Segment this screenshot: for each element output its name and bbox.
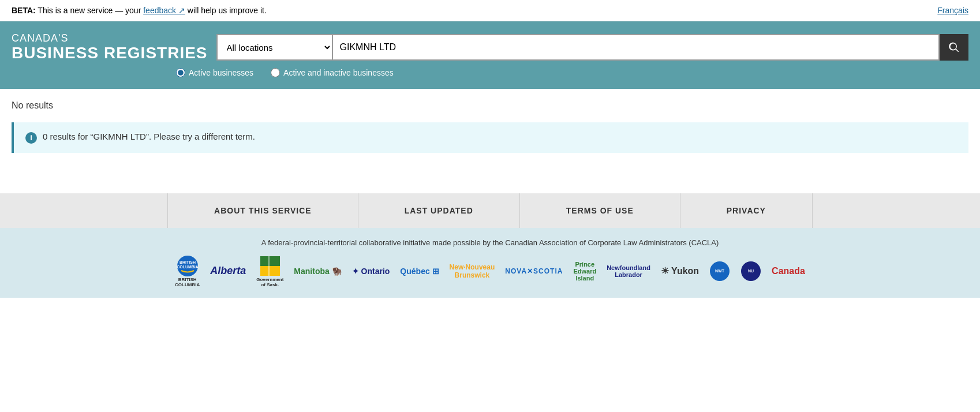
svg-text:BRITISH: BRITISH xyxy=(179,260,196,264)
logo-nwt: NWT xyxy=(709,261,730,282)
radio-all[interactable] xyxy=(271,68,280,77)
cacla-text: A federal-provincial-territorial collabo… xyxy=(12,238,968,247)
sk-icon xyxy=(259,255,281,277)
filter-row: Active businesses Active and inactive bu… xyxy=(12,62,968,80)
filter-all[interactable]: Active and inactive businesses xyxy=(271,68,394,77)
info-icon: i xyxy=(25,132,37,144)
results-section: No results i 0 results for “GIKMNH LTD”.… xyxy=(0,89,980,159)
beta-text: BETA: This is a new service — your feedb… xyxy=(12,6,267,15)
brand: CANADA'S BUSINESS REGISTRIES xyxy=(12,33,208,62)
brand-top: CANADA'S xyxy=(12,33,208,44)
search-button[interactable] xyxy=(940,34,968,61)
nwt-icon: NWT xyxy=(709,261,730,282)
radio-active[interactable] xyxy=(176,68,185,77)
logos-footer: A federal-provincial-territorial collabo… xyxy=(0,228,980,298)
footer-nav: ABOUT THIS SERVICE LAST UPDATED TERMS OF… xyxy=(0,193,980,228)
footer-nav-about[interactable]: ABOUT THIS SERVICE xyxy=(167,193,358,228)
footer-nav-terms[interactable]: TERMS OF USE xyxy=(520,193,680,228)
search-area: All locations Alberta British Columbia M… xyxy=(216,34,968,61)
search-input[interactable] xyxy=(332,34,940,61)
svg-rect-5 xyxy=(260,266,280,276)
brand-bottom: BUSINESS REGISTRIES xyxy=(12,44,208,62)
filter-active-label: Active businesses xyxy=(189,68,253,77)
logo-nl: NewfoundlandLabrador xyxy=(607,264,650,278)
svg-text:NWT: NWT xyxy=(715,269,725,273)
search-icon xyxy=(948,41,960,54)
info-box: i 0 results for “GIKMNH LTD”. Please try… xyxy=(12,122,968,153)
logo-qc: Québec ⊞ xyxy=(400,267,439,276)
info-message: 0 results for “GIKMNH LTD”. Please try a… xyxy=(43,132,255,141)
logo-sk: Governmentof Sask. xyxy=(256,255,283,287)
beta-bar: BETA: This is a new service — your feedb… xyxy=(0,0,980,21)
logo-mb: Manitoba 🦬 xyxy=(294,267,341,276)
filter-all-label: Active and inactive businesses xyxy=(283,68,394,77)
nu-icon: NU xyxy=(740,261,761,282)
logo-ca: Canada xyxy=(772,266,805,276)
footer-nav-last-updated[interactable]: LAST UPDATED xyxy=(358,193,520,228)
logos-row: BRITISH COLUMBIA BRITISHCOLUMBIA Alberta… xyxy=(12,255,968,287)
feedback-link[interactable]: feedback ↗ xyxy=(143,6,185,15)
svg-rect-4 xyxy=(260,256,280,266)
filter-active[interactable]: Active businesses xyxy=(176,68,253,77)
logo-pei: PrinceEdwardIsland xyxy=(573,261,596,282)
header: CANADA'S BUSINESS REGISTRIES All locatio… xyxy=(0,21,980,89)
language-toggle[interactable]: Français xyxy=(937,6,968,15)
logo-on: ✦ Ontario xyxy=(352,267,390,276)
logo-ns: NOVA✕SCOTIA xyxy=(505,267,563,275)
no-results-label: No results xyxy=(12,100,968,111)
footer-nav-privacy[interactable]: PRIVACY xyxy=(680,193,813,228)
logo-yt: ☀ Yukon xyxy=(661,265,699,276)
location-select[interactable]: All locations Alberta British Columbia M… xyxy=(216,34,332,61)
logo-bc: BRITISH COLUMBIA BRITISHCOLUMBIA xyxy=(175,255,200,287)
bc-icon: BRITISH COLUMBIA xyxy=(177,255,199,277)
svg-text:NU: NU xyxy=(748,269,754,273)
logo-nb: New·NouveauBrunswick xyxy=(450,263,495,279)
logo-nu: NU xyxy=(740,261,761,282)
svg-text:COLUMBIA: COLUMBIA xyxy=(177,265,199,269)
logo-ab: Alberta xyxy=(210,265,246,277)
